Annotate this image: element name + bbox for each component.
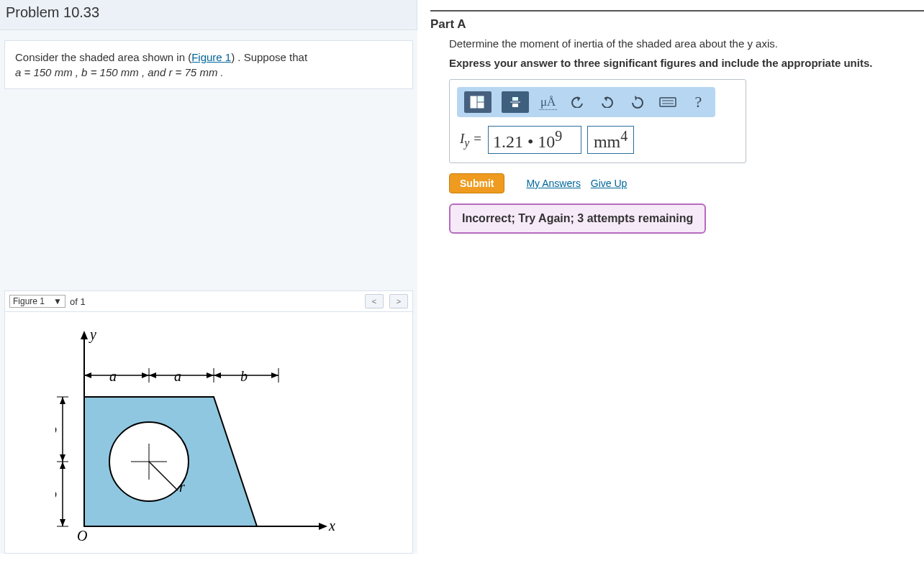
label-y: y: [89, 326, 96, 343]
x-axis-arrow: [319, 523, 327, 530]
label-b-left2: b: [55, 486, 57, 502]
figure-svg: r y x O: [55, 325, 336, 541]
units-uA-button[interactable]: μÅ: [539, 95, 557, 110]
label-b-top: b: [240, 368, 248, 384]
action-row: Submit My Answers Give Up: [449, 173, 924, 193]
help-icon[interactable]: ?: [688, 93, 708, 111]
label-x: x: [328, 518, 335, 534]
figure-body: r y x O: [5, 312, 412, 553]
figure-header: Figure 1 ▼ of 1 < >: [5, 291, 412, 312]
svg-marker-15: [60, 462, 65, 469]
svg-rect-18: [478, 96, 484, 101]
svg-rect-22: [512, 104, 518, 107]
svg-marker-16: [60, 519, 65, 526]
svg-rect-26: [660, 98, 676, 106]
problem-statement: Consider the shaded area shown in (Figur…: [4, 40, 413, 89]
my-answers-link[interactable]: My Answers: [526, 178, 580, 189]
variable-label: Iy =: [460, 131, 482, 150]
figure-selector[interactable]: Figure 1 ▼: [9, 295, 65, 308]
problem-text-suffix: ) . Suppose that: [231, 51, 307, 63]
svg-marker-14: [60, 454, 65, 462]
undo-icon[interactable]: [567, 93, 587, 111]
figure-panel: Figure 1 ▼ of 1 < >: [4, 290, 413, 554]
answer-links: My Answers Give Up: [526, 178, 634, 189]
label-a1: a: [109, 368, 117, 384]
keyboard-icon[interactable]: [658, 93, 678, 111]
figure-selector-label: Figure 1: [13, 296, 45, 306]
fraction-icon[interactable]: [502, 91, 529, 113]
redo-icon[interactable]: [597, 93, 617, 111]
label-a2: a: [174, 368, 181, 384]
problem-title: Problem 10.33: [0, 0, 417, 30]
figure-prev-button[interactable]: <: [365, 294, 384, 308]
label-r: r: [179, 479, 185, 495]
svg-marker-5: [142, 372, 149, 378]
svg-rect-19: [478, 103, 484, 108]
figure-next-button[interactable]: >: [389, 294, 408, 308]
figure-link[interactable]: Figure 1: [191, 51, 231, 63]
label-O: O: [77, 528, 87, 541]
units-input[interactable]: mm4: [587, 126, 634, 154]
feedback-message: Incorrect; Try Again; 3 attempts remaini…: [449, 203, 706, 234]
figure-of-label: of 1: [70, 296, 86, 307]
answer-box: μÅ ? Iy =: [449, 79, 746, 163]
part-divider: [430, 10, 924, 12]
template-icon[interactable]: [464, 91, 492, 113]
question-text: Determine the moment of inertia of the s…: [449, 37, 924, 50]
value-input[interactable]: 1.21 • 109: [488, 126, 581, 154]
svg-marker-9: [271, 372, 278, 378]
chevron-down-icon: ▼: [53, 296, 62, 306]
answer-toolbar: μÅ ?: [457, 87, 715, 117]
reset-icon[interactable]: [628, 93, 648, 111]
answer-input-row: Iy = 1.21 • 109 mm4: [457, 124, 715, 155]
svg-marker-6: [149, 372, 156, 378]
label-b-left1: b: [55, 421, 57, 437]
svg-marker-25: [635, 96, 638, 101]
svg-marker-7: [207, 372, 214, 378]
submit-button[interactable]: Submit: [449, 173, 504, 193]
svg-marker-8: [214, 372, 221, 378]
svg-marker-13: [60, 397, 65, 404]
svg-marker-4: [84, 372, 91, 378]
give-up-link[interactable]: Give Up: [591, 178, 628, 189]
svg-rect-20: [512, 97, 518, 101]
answer-hint: Express your answer to three significant…: [449, 57, 924, 69]
problem-params: a = 150 mm , b = 150 mm , and r = 75 mm …: [15, 66, 224, 78]
problem-text-prefix: Consider the shaded area shown in (: [15, 51, 191, 63]
part-title: Part A: [430, 14, 924, 37]
svg-rect-17: [471, 96, 476, 108]
y-axis-arrow: [81, 331, 88, 339]
